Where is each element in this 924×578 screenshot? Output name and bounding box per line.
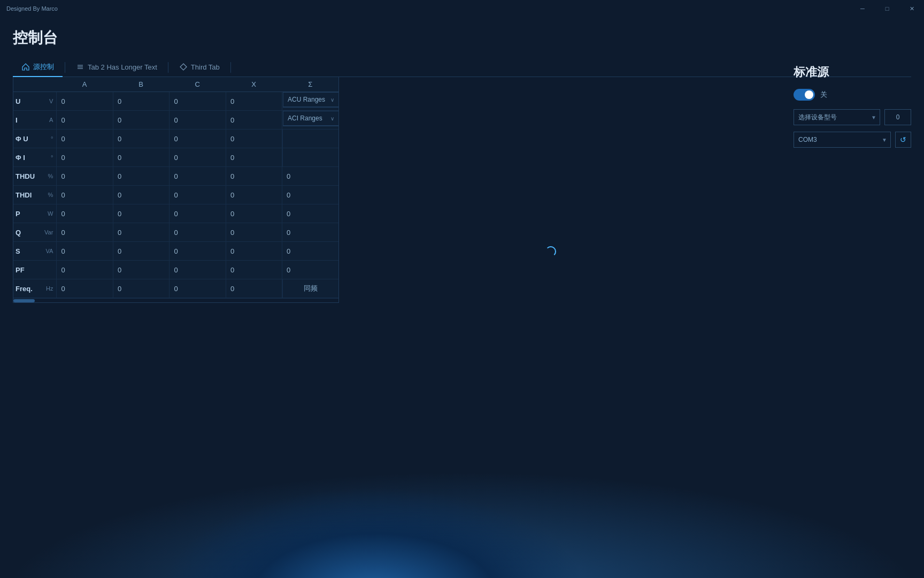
input-S-sum[interactable] bbox=[282, 242, 338, 260]
table-row: Freq. Hz 同频 bbox=[13, 279, 338, 298]
input-THDU-x[interactable] bbox=[226, 167, 282, 185]
maximize-button[interactable]: □ bbox=[875, 0, 899, 17]
cell-P-c bbox=[169, 204, 226, 223]
input-Q-b[interactable] bbox=[113, 223, 170, 241]
input-P-sum[interactable] bbox=[282, 204, 338, 223]
input-U-c[interactable] bbox=[169, 92, 226, 110]
input-Freq.-b[interactable] bbox=[113, 279, 170, 298]
input-S-a[interactable] bbox=[56, 242, 113, 260]
input-I-c[interactable] bbox=[169, 111, 226, 129]
input-THDI-b[interactable] bbox=[113, 186, 170, 204]
tab-2[interactable]: Tab 2 Has Longer Text bbox=[67, 58, 166, 77]
acu-ranges-header[interactable]: ACU Ranges ∨ bbox=[283, 93, 338, 107]
row-label-sub: % bbox=[48, 173, 53, 179]
input-P-b[interactable] bbox=[113, 204, 170, 223]
input-Q-x[interactable] bbox=[226, 223, 282, 241]
input-Q-a[interactable] bbox=[56, 223, 113, 241]
cell-I-x bbox=[226, 111, 282, 130]
cell-Q-c bbox=[169, 223, 226, 242]
diamond-icon bbox=[179, 63, 188, 71]
power-toggle[interactable] bbox=[794, 89, 815, 101]
input-Q-sum[interactable] bbox=[282, 223, 338, 241]
input-THDI-sum[interactable] bbox=[282, 186, 338, 204]
input-ΦI-b[interactable] bbox=[113, 148, 170, 166]
row-label-main: Φ I bbox=[16, 154, 25, 162]
acu-chevron-icon: ∨ bbox=[330, 97, 334, 103]
input-ΦI-a[interactable] bbox=[56, 148, 113, 166]
scrollbar-thumb[interactable] bbox=[13, 299, 35, 302]
cell-THDU-x bbox=[226, 167, 282, 186]
loading-spinner bbox=[545, 246, 556, 257]
input-ΦU-x[interactable] bbox=[226, 130, 282, 148]
cell-THDU-b bbox=[113, 167, 170, 186]
device-type-select[interactable]: 选择设备型号 bbox=[798, 110, 875, 125]
input-PF-x[interactable] bbox=[226, 261, 282, 279]
input-I-a[interactable] bbox=[56, 111, 113, 129]
input-THDU-a[interactable] bbox=[56, 167, 113, 185]
refresh-button[interactable]: ↺ bbox=[895, 132, 911, 148]
input-P-c[interactable] bbox=[169, 204, 226, 223]
input-I-b[interactable] bbox=[113, 111, 170, 129]
input-Freq.-c[interactable] bbox=[169, 279, 226, 298]
aci-ranges-header[interactable]: ACI Ranges ∨ bbox=[283, 111, 338, 126]
cell-THDU-sum bbox=[282, 167, 338, 186]
input-P-x[interactable] bbox=[226, 204, 282, 223]
aci-ranges-label: ACI Ranges bbox=[288, 115, 322, 122]
close-button[interactable]: ✕ bbox=[899, 0, 924, 17]
input-PF-c[interactable] bbox=[169, 261, 226, 279]
input-U-a[interactable] bbox=[56, 92, 113, 110]
cell-ΦI-b bbox=[113, 148, 170, 167]
row-label-sub: W bbox=[48, 210, 53, 217]
tab-divider-2 bbox=[168, 62, 168, 73]
cell-U-b bbox=[113, 92, 170, 111]
cell-ΦU-b bbox=[113, 130, 170, 148]
cell-S-b bbox=[113, 242, 170, 261]
input-U-x[interactable] bbox=[226, 92, 282, 110]
input-PF-sum[interactable] bbox=[282, 261, 338, 279]
input-ΦI-c[interactable] bbox=[169, 148, 226, 166]
input-ΦU-b[interactable] bbox=[113, 130, 170, 148]
com-port-select[interactable]: COM3 COM1 COM2 COM4 bbox=[798, 136, 886, 143]
table-row: I A ACI Ranges ∨ bbox=[13, 111, 338, 130]
input-S-c[interactable] bbox=[169, 242, 226, 260]
input-ΦI-x[interactable] bbox=[226, 148, 282, 166]
input-S-b[interactable] bbox=[113, 242, 170, 260]
input-ΦU-a[interactable] bbox=[56, 130, 113, 148]
input-THDU-sum[interactable] bbox=[282, 167, 338, 185]
cell-U-sum: ACU Ranges ∨ bbox=[282, 92, 338, 111]
data-table-container: A B C X Σ U V ACU Ranges ∨ bbox=[13, 77, 339, 303]
aci-chevron-icon: ∨ bbox=[330, 116, 334, 121]
row-label-main: THDI bbox=[16, 191, 32, 199]
input-THDI-x[interactable] bbox=[226, 186, 282, 204]
input-THDI-c[interactable] bbox=[169, 186, 226, 204]
cell-U-c bbox=[169, 92, 226, 111]
input-P-a[interactable] bbox=[56, 204, 113, 223]
input-THDI-a[interactable] bbox=[56, 186, 113, 204]
input-Freq.-x[interactable] bbox=[226, 279, 282, 298]
minimize-button[interactable]: ─ bbox=[850, 0, 875, 17]
table-row: U V ACU Ranges ∨ bbox=[13, 92, 338, 111]
input-Q-c[interactable] bbox=[169, 223, 226, 241]
input-S-x[interactable] bbox=[226, 242, 282, 260]
device-type-dropdown[interactable]: 选择设备型号 ▼ bbox=[794, 109, 880, 125]
input-PF-a[interactable] bbox=[56, 261, 113, 279]
row-label-sub: A bbox=[49, 117, 53, 123]
input-PF-b[interactable] bbox=[113, 261, 170, 279]
device-number-input[interactable] bbox=[884, 109, 911, 125]
input-THDU-c[interactable] bbox=[169, 167, 226, 185]
input-Freq.-a[interactable] bbox=[56, 279, 113, 298]
tab-2-label: Tab 2 Has Longer Text bbox=[88, 63, 157, 71]
cell-THDU-a bbox=[56, 167, 113, 186]
input-THDU-b[interactable] bbox=[113, 167, 170, 185]
horizontal-scrollbar[interactable] bbox=[13, 298, 338, 302]
com-port-dropdown[interactable]: COM3 COM1 COM2 COM4 ▼ bbox=[794, 132, 891, 148]
titlebar: Designed By Marco ─ □ ✕ bbox=[0, 0, 924, 17]
cell-THDI-sum bbox=[282, 186, 338, 204]
row-label-main: Freq. bbox=[16, 285, 33, 293]
input-ΦU-c[interactable] bbox=[169, 130, 226, 148]
cell-Freq.-c bbox=[169, 279, 226, 298]
input-I-x[interactable] bbox=[226, 111, 282, 129]
tab-3[interactable]: Third Tab bbox=[171, 58, 228, 77]
tab-home[interactable]: 源控制 bbox=[13, 58, 63, 77]
input-U-b[interactable] bbox=[113, 92, 170, 110]
